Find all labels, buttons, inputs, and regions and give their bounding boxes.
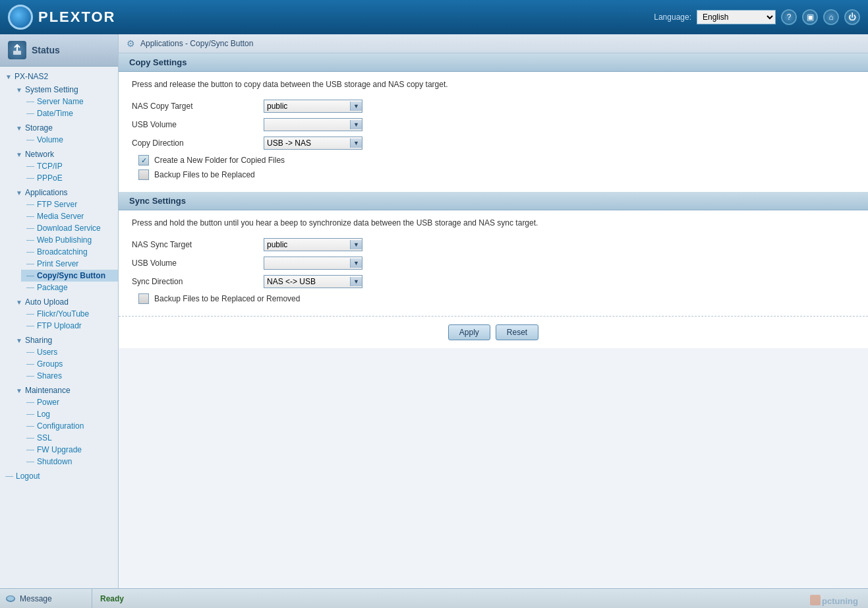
sidebar-item-copy-sync-button[interactable]: — Copy/Sync Button bbox=[21, 270, 118, 282]
status-label: Status bbox=[32, 45, 60, 55]
sidebar-item-applications: ▼ Applications — FTP Server — Media Serv… bbox=[11, 185, 118, 295]
copy-settings-body: Press and release the button to copy dat… bbox=[119, 72, 868, 192]
sidebar-item-log[interactable]: — Log bbox=[21, 408, 118, 420]
sidebar-item-power[interactable]: — Power bbox=[21, 396, 118, 408]
sync-settings-body: Press and hold the button until you hear… bbox=[119, 210, 868, 316]
footer-message-label: Message bbox=[20, 594, 52, 603]
sidebar-item-web-publishing[interactable]: — Web Publishing bbox=[21, 234, 118, 246]
sidebar-label-logout: Logout bbox=[16, 471, 40, 481]
sidebar-node-sharing[interactable]: ▼ Sharing bbox=[11, 334, 118, 346]
sidebar-label-ftp-uploadr: FTP Uploadr bbox=[37, 321, 82, 330]
sidebar-item-print-server[interactable]: — Print Server bbox=[21, 258, 118, 270]
sidebar-item-media-server[interactable]: — Media Server bbox=[21, 210, 118, 222]
sidebar-node-network[interactable]: ▼ Network bbox=[11, 148, 118, 160]
sidebar-label-auto-upload: Auto Upload bbox=[25, 297, 69, 307]
sidebar-node-px-nas2[interactable]: ▼ PX-NAS2 bbox=[0, 71, 118, 82]
sidebar-item-volume[interactable]: — Volume bbox=[21, 134, 118, 146]
nas-copy-target-dropdown-btn[interactable]: ▼ bbox=[350, 102, 362, 111]
dash-icon: — bbox=[26, 309, 34, 319]
sidebar-item-logout[interactable]: — Logout bbox=[0, 470, 118, 482]
dash-icon: — bbox=[26, 445, 34, 454]
reset-button[interactable]: Reset bbox=[496, 324, 538, 340]
monitor-icon[interactable]: ▣ bbox=[802, 9, 818, 25]
language-label: Language: bbox=[654, 13, 691, 22]
nas-copy-target-input[interactable] bbox=[264, 100, 350, 112]
sidebar-label-network: Network bbox=[25, 150, 54, 159]
sidebar-item-configuration[interactable]: — Configuration bbox=[21, 420, 118, 432]
sidebar-label-date-time: Date/Time bbox=[37, 109, 73, 118]
help-icon[interactable]: ? bbox=[781, 9, 797, 25]
dash-icon: — bbox=[26, 433, 34, 442]
nas-sync-target-dropdown-btn[interactable]: ▼ bbox=[350, 240, 362, 249]
sidebar-item-fw-upgrade[interactable]: — FW Upgrade bbox=[21, 444, 118, 456]
sidebar-item-tcp-ip[interactable]: — TCP/IP bbox=[21, 160, 118, 172]
pctuning-logo: pctuning bbox=[809, 590, 861, 608]
sidebar-item-shutdown[interactable]: — Shutdown bbox=[21, 456, 118, 468]
sidebar-children-sharing: — Users — Groups — Shares bbox=[11, 346, 118, 382]
sidebar-item-broadcatching[interactable]: — Broadcatching bbox=[21, 246, 118, 258]
sidebar-node-maintenance[interactable]: ▼ Maintenance bbox=[11, 384, 118, 396]
sidebar-node-auto-upload[interactable]: ▼ Auto Upload bbox=[11, 296, 118, 308]
sidebar-item-auto-upload: ▼ Auto Upload — Flickr/YouTube — FTP Upl… bbox=[11, 295, 118, 333]
sync-direction-control: ▼ bbox=[264, 275, 362, 288]
sidebar: Status ▼ PX-NAS2 ▼ System Setting bbox=[0, 34, 119, 588]
nas-sync-target-input[interactable] bbox=[264, 239, 350, 251]
home-icon[interactable]: ⌂ bbox=[823, 9, 839, 25]
copy-direction-input[interactable] bbox=[264, 137, 350, 149]
sidebar-item-date-time[interactable]: — Date/Time bbox=[21, 107, 118, 119]
sync-direction-dropdown-btn[interactable]: ▼ bbox=[350, 277, 362, 286]
sidebar-item-shares[interactable]: — Shares bbox=[21, 370, 118, 382]
dash-icon: — bbox=[26, 398, 34, 407]
sidebar-label-media-server: Media Server bbox=[37, 212, 84, 221]
dash-icon: — bbox=[26, 457, 34, 466]
breadcrumb-icon: ⚙ bbox=[127, 38, 135, 49]
dash-icon: — bbox=[26, 259, 34, 268]
plextor-logo-icon bbox=[8, 5, 33, 30]
sidebar-item-users[interactable]: — Users bbox=[21, 346, 118, 358]
copy-direction-label: Copy Direction bbox=[132, 138, 264, 148]
svg-rect-3 bbox=[810, 595, 821, 605]
message-icon bbox=[5, 593, 16, 604]
dash-icon: — bbox=[26, 283, 34, 292]
dash-icon: — bbox=[26, 109, 34, 118]
sidebar-node-system-setting[interactable]: ▼ System Setting bbox=[11, 84, 118, 96]
sidebar-item-flickr-youtube[interactable]: — Flickr/YouTube bbox=[21, 308, 118, 320]
usb-volume-copy-row: USB Volume ▼ bbox=[132, 118, 855, 131]
backup-files-sync-label: Backup Files to be Replaced or Removed bbox=[154, 294, 300, 303]
sidebar-item-server-name[interactable]: — Server Name bbox=[21, 96, 118, 107]
language-select[interactable]: English bbox=[697, 10, 776, 24]
header-right: Language: English ? ▣ ⌂ ⏻ bbox=[654, 9, 860, 25]
svg-rect-0 bbox=[13, 51, 21, 55]
backup-files-copy-checkbox[interactable] bbox=[138, 169, 149, 180]
usb-volume-sync-input[interactable] bbox=[264, 257, 350, 269]
sidebar-node-storage[interactable]: ▼ Storage bbox=[11, 122, 118, 134]
create-folder-label: Create a New Folder for Copied Files bbox=[154, 156, 285, 165]
dash-icon: — bbox=[26, 162, 34, 171]
sidebar-item-ftp-server[interactable]: — FTP Server bbox=[21, 198, 118, 210]
dash-icon: — bbox=[26, 421, 34, 431]
status-tab[interactable]: Status bbox=[0, 34, 118, 67]
usb-volume-sync-dropdown-btn[interactable]: ▼ bbox=[350, 258, 362, 268]
sync-settings-section: Sync Settings Press and hold the button … bbox=[119, 192, 868, 316]
usb-volume-copy-input[interactable] bbox=[264, 119, 350, 131]
sidebar-item-storage: ▼ Storage — Volume bbox=[11, 121, 118, 147]
sidebar-item-package[interactable]: — Package bbox=[21, 282, 118, 293]
sidebar-item-groups[interactable]: — Groups bbox=[21, 358, 118, 370]
create-folder-checkbox[interactable] bbox=[138, 155, 149, 166]
apply-button[interactable]: Apply bbox=[448, 324, 490, 340]
usb-volume-copy-dropdown-btn[interactable]: ▼ bbox=[350, 120, 362, 129]
copy-direction-dropdown-btn[interactable]: ▼ bbox=[350, 138, 362, 148]
usb-volume-sync-control: ▼ bbox=[264, 257, 362, 270]
dash-icon: — bbox=[26, 410, 34, 419]
main-layout: Status ▼ PX-NAS2 ▼ System Setting bbox=[0, 34, 868, 588]
sidebar-label-system-setting: System Setting bbox=[25, 85, 78, 94]
sidebar-label-pppoe: PPPoE bbox=[37, 173, 63, 183]
sidebar-item-ftp-uploadr[interactable]: — FTP Uploadr bbox=[21, 320, 118, 332]
sidebar-item-pppoe[interactable]: — PPPoE bbox=[21, 172, 118, 184]
backup-files-sync-checkbox[interactable] bbox=[138, 293, 149, 304]
power-icon[interactable]: ⏻ bbox=[844, 9, 860, 25]
sidebar-item-download-service[interactable]: — Download Service bbox=[21, 222, 118, 234]
sync-direction-input[interactable] bbox=[264, 276, 350, 288]
sidebar-item-ssl[interactable]: — SSL bbox=[21, 432, 118, 444]
sidebar-node-applications[interactable]: ▼ Applications bbox=[11, 187, 118, 198]
